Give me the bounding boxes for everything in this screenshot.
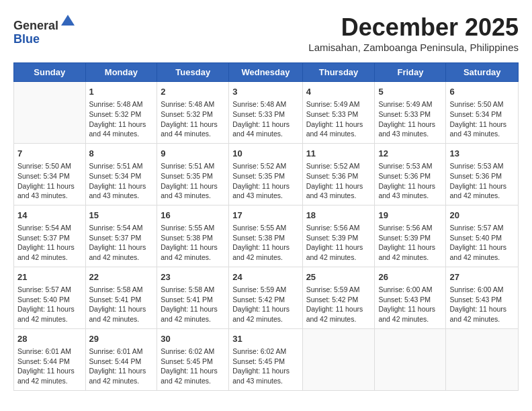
calendar-cell: 23Sunrise: 5:58 AM Sunset: 5:41 PM Dayli…: [157, 267, 229, 328]
calendar-cell: [14, 82, 86, 144]
day-number: 14: [17, 210, 82, 222]
calendar-cell: 26Sunrise: 6:00 AM Sunset: 5:43 PM Dayli…: [375, 267, 446, 328]
day-of-week-tuesday: Tuesday: [157, 63, 229, 82]
day-number: 16: [161, 210, 225, 222]
month-title: December 2025: [308, 13, 519, 42]
calendar-cell: 11Sunrise: 5:52 AM Sunset: 5:36 PM Dayli…: [302, 143, 375, 205]
day-info: Sunrise: 5:58 AM Sunset: 5:41 PM Dayligh…: [89, 285, 154, 324]
day-number: 9: [161, 148, 225, 160]
day-info: Sunrise: 5:51 AM Sunset: 5:34 PM Dayligh…: [89, 161, 154, 201]
day-number: 22: [89, 271, 154, 283]
day-number: 3: [232, 86, 298, 98]
day-of-week-friday: Friday: [375, 63, 446, 82]
day-number: 12: [378, 148, 442, 160]
calendar-cell: 18Sunrise: 5:56 AM Sunset: 5:39 PM Dayli…: [302, 205, 375, 267]
calendar-week-2: 7Sunrise: 5:50 AM Sunset: 5:34 PM Daylig…: [14, 143, 519, 205]
calendar-cell: 13Sunrise: 5:53 AM Sunset: 5:36 PM Dayli…: [446, 143, 519, 205]
calendar-cell: 21Sunrise: 5:57 AM Sunset: 5:40 PM Dayli…: [14, 267, 86, 328]
calendar-cell: 16Sunrise: 5:55 AM Sunset: 5:38 PM Dayli…: [157, 205, 229, 267]
days-of-week-row: SundayMondayTuesdayWednesdayThursdayFrid…: [14, 63, 519, 82]
day-info: Sunrise: 5:57 AM Sunset: 5:40 PM Dayligh…: [17, 285, 82, 324]
logo-blue: Blue: [13, 32, 40, 46]
day-info: Sunrise: 6:00 AM Sunset: 5:43 PM Dayligh…: [449, 285, 515, 324]
day-number: 17: [232, 210, 298, 222]
day-number: 27: [449, 271, 515, 283]
day-number: 13: [449, 148, 515, 160]
day-info: Sunrise: 5:58 AM Sunset: 5:41 PM Dayligh…: [161, 285, 225, 324]
day-number: 2: [161, 86, 225, 98]
day-info: Sunrise: 6:02 AM Sunset: 5:45 PM Dayligh…: [232, 347, 298, 386]
day-number: 31: [232, 333, 298, 345]
day-number: 30: [161, 333, 225, 345]
day-number: 18: [306, 210, 371, 222]
svg-marker-0: [61, 15, 75, 26]
calendar-cell: 8Sunrise: 5:51 AM Sunset: 5:34 PM Daylig…: [85, 143, 157, 205]
calendar-cell: 29Sunrise: 6:01 AM Sunset: 5:44 PM Dayli…: [85, 328, 157, 390]
calendar-cell: 5Sunrise: 5:49 AM Sunset: 5:33 PM Daylig…: [375, 82, 446, 144]
calendar-cell: 4Sunrise: 5:49 AM Sunset: 5:33 PM Daylig…: [302, 82, 375, 144]
title-area: December 2025 Lamisahan, Zamboanga Penin…: [308, 13, 519, 60]
day-info: Sunrise: 5:55 AM Sunset: 5:38 PM Dayligh…: [232, 223, 298, 263]
day-info: Sunrise: 5:49 AM Sunset: 5:33 PM Dayligh…: [306, 99, 371, 139]
calendar-cell: 6Sunrise: 5:50 AM Sunset: 5:34 PM Daylig…: [446, 82, 519, 144]
day-number: 28: [17, 333, 82, 345]
day-info: Sunrise: 5:53 AM Sunset: 5:36 PM Dayligh…: [449, 161, 515, 201]
day-number: 24: [232, 271, 298, 283]
calendar-cell: 27Sunrise: 6:00 AM Sunset: 5:43 PM Dayli…: [446, 267, 519, 328]
day-info: Sunrise: 5:49 AM Sunset: 5:33 PM Dayligh…: [378, 99, 442, 139]
calendar-cell: 30Sunrise: 6:02 AM Sunset: 5:45 PM Dayli…: [157, 328, 229, 390]
day-number: 23: [161, 271, 225, 283]
calendar-week-4: 21Sunrise: 5:57 AM Sunset: 5:40 PM Dayli…: [14, 267, 519, 328]
day-info: Sunrise: 5:51 AM Sunset: 5:35 PM Dayligh…: [161, 161, 225, 201]
page-header: General Blue December 2025 Lamisahan, Za…: [13, 13, 519, 60]
day-info: Sunrise: 5:57 AM Sunset: 5:40 PM Dayligh…: [449, 223, 515, 263]
day-number: 5: [378, 86, 442, 98]
calendar-cell: 3Sunrise: 5:48 AM Sunset: 5:33 PM Daylig…: [229, 82, 302, 144]
day-number: 26: [378, 271, 442, 283]
day-number: 19: [378, 210, 442, 222]
day-number: 15: [89, 210, 154, 222]
day-number: 4: [306, 86, 371, 98]
day-info: Sunrise: 5:52 AM Sunset: 5:35 PM Dayligh…: [232, 161, 298, 201]
calendar-cell: 7Sunrise: 5:50 AM Sunset: 5:34 PM Daylig…: [14, 143, 86, 205]
day-of-week-wednesday: Wednesday: [229, 63, 302, 82]
calendar-cell: [302, 328, 375, 390]
calendar-cell: 31Sunrise: 6:02 AM Sunset: 5:45 PM Dayli…: [229, 328, 302, 390]
day-of-week-monday: Monday: [85, 63, 157, 82]
day-number: 1: [89, 86, 154, 98]
day-info: Sunrise: 5:50 AM Sunset: 5:34 PM Dayligh…: [449, 99, 515, 139]
calendar-body: 1Sunrise: 5:48 AM Sunset: 5:32 PM Daylig…: [14, 82, 519, 391]
logo: General Blue: [13, 13, 76, 46]
day-info: Sunrise: 5:50 AM Sunset: 5:34 PM Dayligh…: [17, 161, 82, 201]
calendar-cell: [446, 328, 519, 390]
calendar-table: SundayMondayTuesdayWednesdayThursdayFrid…: [13, 62, 519, 391]
calendar-cell: 24Sunrise: 5:59 AM Sunset: 5:42 PM Dayli…: [229, 267, 302, 328]
day-number: 8: [89, 148, 154, 160]
day-info: Sunrise: 5:48 AM Sunset: 5:33 PM Dayligh…: [232, 99, 298, 139]
day-info: Sunrise: 5:56 AM Sunset: 5:39 PM Dayligh…: [378, 223, 442, 263]
calendar-week-3: 14Sunrise: 5:54 AM Sunset: 5:37 PM Dayli…: [14, 205, 519, 267]
calendar-cell: 10Sunrise: 5:52 AM Sunset: 5:35 PM Dayli…: [229, 143, 302, 205]
day-info: Sunrise: 5:53 AM Sunset: 5:36 PM Dayligh…: [378, 161, 442, 201]
calendar-cell: 25Sunrise: 5:59 AM Sunset: 5:42 PM Dayli…: [302, 267, 375, 328]
day-number: 29: [89, 333, 154, 345]
calendar-cell: 12Sunrise: 5:53 AM Sunset: 5:36 PM Dayli…: [375, 143, 446, 205]
calendar-cell: [375, 328, 446, 390]
day-number: 21: [17, 271, 82, 283]
logo-general: General: [13, 19, 58, 32]
day-info: Sunrise: 5:52 AM Sunset: 5:36 PM Dayligh…: [306, 161, 371, 201]
calendar-cell: 19Sunrise: 5:56 AM Sunset: 5:39 PM Dayli…: [375, 205, 446, 267]
day-info: Sunrise: 5:59 AM Sunset: 5:42 PM Dayligh…: [232, 285, 298, 324]
day-info: Sunrise: 5:56 AM Sunset: 5:39 PM Dayligh…: [306, 223, 371, 263]
calendar-cell: 20Sunrise: 5:57 AM Sunset: 5:40 PM Dayli…: [446, 205, 519, 267]
day-info: Sunrise: 5:48 AM Sunset: 5:32 PM Dayligh…: [161, 99, 225, 139]
day-info: Sunrise: 5:59 AM Sunset: 5:42 PM Dayligh…: [306, 285, 371, 324]
logo-icon: [60, 13, 76, 30]
day-info: Sunrise: 6:02 AM Sunset: 5:45 PM Dayligh…: [161, 347, 225, 386]
day-info: Sunrise: 6:00 AM Sunset: 5:43 PM Dayligh…: [378, 285, 442, 324]
day-number: 20: [449, 210, 515, 222]
day-of-week-saturday: Saturday: [446, 63, 519, 82]
calendar-cell: 22Sunrise: 5:58 AM Sunset: 5:41 PM Dayli…: [85, 267, 157, 328]
day-info: Sunrise: 5:54 AM Sunset: 5:37 PM Dayligh…: [89, 223, 154, 263]
day-of-week-thursday: Thursday: [302, 63, 375, 82]
